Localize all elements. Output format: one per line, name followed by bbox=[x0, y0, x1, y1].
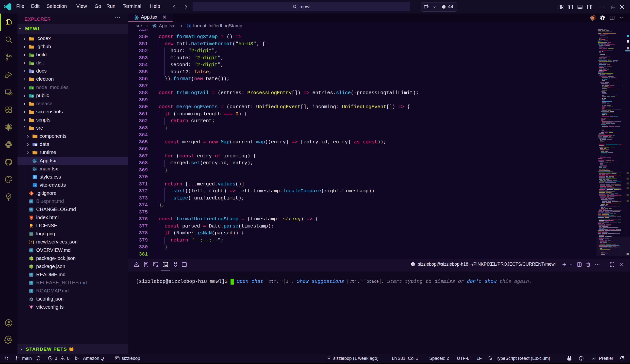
svg-text:$: $ bbox=[412, 264, 413, 266]
